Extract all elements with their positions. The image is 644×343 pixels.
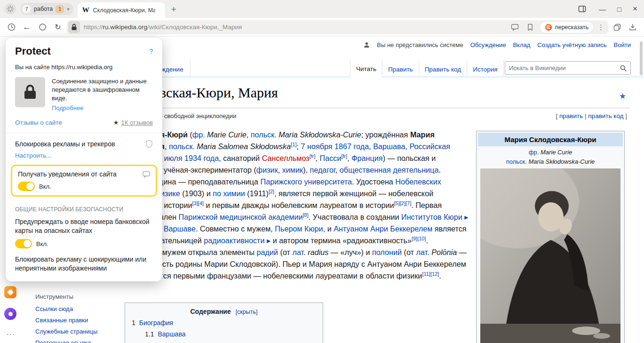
- retell-button[interactable]: пересказать: [540, 21, 594, 33]
- footnote-ref[interactable]: [8]: [303, 212, 309, 218]
- wiki-link[interactable]: полоний: [372, 248, 402, 256]
- lang-link-pl[interactable]: польск.: [506, 158, 527, 165]
- wiki-link[interactable]: Парижского университета: [261, 177, 352, 186]
- wiki-link[interactable]: Франция: [351, 154, 382, 162]
- footnote-ref[interactable]: [4]: [198, 200, 204, 206]
- footnote-ref[interactable]: [1]: [291, 142, 296, 147]
- edit-link[interactable]: править: [559, 112, 583, 120]
- help-link[interactable]: ?: [149, 48, 153, 55]
- new-tab-button[interactable]: +: [171, 5, 176, 14]
- tab-group[interactable]: 7 работа 1 ▾: [20, 3, 73, 15]
- history-icon[interactable]: [5, 21, 18, 34]
- watch-star-icon[interactable]: ★: [619, 91, 626, 101]
- view-tab[interactable]: История: [467, 60, 503, 77]
- card-warning-toggle[interactable]: [15, 239, 32, 248]
- side-panel-icon[interactable]: [576, 3, 588, 15]
- wiki-link[interactable]: ▸: [267, 236, 270, 245]
- toc-link[interactable]: Варшава: [158, 330, 185, 338]
- lock-icon[interactable]: [68, 21, 80, 33]
- wiki-link[interactable]: по химии: [213, 189, 245, 198]
- notifications-toggle[interactable]: [18, 182, 35, 191]
- alice-icon[interactable]: [4, 308, 16, 320]
- yandex-services-icon[interactable]: [4, 286, 16, 298]
- wiki-link[interactable]: радий: [257, 248, 278, 256]
- wiki-link[interactable]: Антуаном Анри Беккерелем: [334, 224, 432, 233]
- scrollbar-thumb[interactable]: [640, 41, 643, 75]
- sidebar-tool-link[interactable]: Постоянная ссылка: [35, 339, 118, 343]
- footnote-ref[interactable]: [2]: [400, 200, 405, 206]
- red-link[interactable]: Санселльмоз: [262, 154, 310, 162]
- wiki-link[interactable]: Институтов Кюри: [401, 213, 462, 221]
- wiki-link[interactable]: общественная деятельница: [340, 166, 439, 174]
- back-button[interactable]: ←: [20, 21, 33, 34]
- footnote-ref[interactable]: [fr]: [341, 153, 347, 159]
- toc-hide-link[interactable]: [скрыть]: [236, 309, 258, 315]
- site-reviews-link[interactable]: Отзывы о сайте: [15, 119, 62, 126]
- close-button[interactable]: ×: [633, 4, 637, 14]
- wiki-link[interactable]: лат.: [293, 248, 306, 256]
- edit-code-link[interactable]: править код: [588, 112, 623, 120]
- rail-more-button[interactable]: ⋯: [7, 329, 15, 339]
- personal-link[interactable]: Создать учётную запись: [537, 41, 606, 48]
- details-link[interactable]: Подробнее: [52, 104, 149, 112]
- profile-avatar[interactable]: [5, 3, 16, 15]
- article-text: (от: [402, 248, 416, 256]
- wiki-link[interactable]: ▸: [464, 213, 468, 221]
- wiki-link[interactable]: Варшава: [373, 142, 405, 151]
- footnote-ref[interactable]: [7]: [405, 200, 411, 206]
- wiki-link[interactable]: Парижской медицинской академии: [179, 213, 303, 221]
- wiki-link[interactable]: в Варшаве: [158, 224, 196, 233]
- wiki-link[interactable]: польск.: [169, 142, 195, 151]
- toc-link[interactable]: Биография: [139, 319, 173, 327]
- wiki-link[interactable]: педагог: [310, 166, 335, 174]
- wiki-link[interactable]: 7 ноября: [301, 142, 332, 151]
- wiki-link[interactable]: польск.: [251, 130, 277, 139]
- view-tab[interactable]: Править код: [419, 60, 467, 77]
- wiki-link[interactable]: лат.: [416, 248, 429, 256]
- search-icon[interactable]: [620, 65, 627, 72]
- bookmark-flag-icon[interactable]: [525, 22, 536, 33]
- search-input[interactable]: [509, 64, 620, 72]
- address-bar[interactable]: https://ru.wikipedia.org/wiki/Склодовска…: [67, 20, 608, 34]
- wiki-link[interactable]: химик: [282, 166, 303, 174]
- footnote-ref[interactable]: [2]: [269, 189, 274, 194]
- collections-icon[interactable]: [611, 21, 624, 34]
- footnote-ref[interactable]: [11]: [422, 271, 430, 277]
- footnote-ref[interactable]: [12]: [430, 271, 439, 277]
- protect-header: Protect ?: [15, 45, 153, 57]
- chevron-down-icon[interactable]: ▾: [67, 6, 70, 12]
- minimize-button[interactable]: —: [599, 5, 606, 13]
- configure-link[interactable]: Настроить...: [15, 152, 153, 159]
- personal-link[interactable]: Обсуждение: [470, 41, 506, 48]
- wiki-link[interactable]: 1867 года: [334, 142, 369, 151]
- maximize-button[interactable]: □: [617, 5, 621, 13]
- footnote-ref[interactable]: [5]: [394, 200, 399, 206]
- sidebar-tool-link[interactable]: Ссылки сюда: [35, 305, 118, 312]
- personal-link[interactable]: Вклад: [513, 41, 530, 48]
- wiki-link[interactable]: физик: [256, 166, 278, 174]
- comments-icon[interactable]: [509, 22, 521, 33]
- sidebar-tool-link[interactable]: Служебные страницы: [35, 328, 118, 335]
- footnote-ref[interactable]: [9]: [412, 236, 417, 241]
- wiki-link[interactable]: Пьером Кюри: [275, 224, 323, 233]
- lang-link-fr[interactable]: фр.: [529, 149, 539, 156]
- wiki-link[interactable]: фр.: [192, 130, 205, 139]
- wiki-link[interactable]: 1934 года: [184, 154, 219, 162]
- view-tab[interactable]: Править: [382, 60, 419, 77]
- sidebar-tool-link[interactable]: Связанные правки: [35, 317, 118, 324]
- downloads-icon[interactable]: [626, 21, 639, 34]
- wiki-link[interactable]: радиоактивности: [204, 236, 264, 245]
- wiki-link[interactable]: Пасси: [320, 154, 342, 162]
- active-tab[interactable]: W Склодовская-Кюри, Мария: [78, 2, 165, 18]
- footnote-ref[interactable]: [3]: [192, 200, 198, 206]
- home-button[interactable]: [36, 21, 49, 34]
- personal-link[interactable]: Войти: [614, 41, 631, 48]
- reviews-count-link[interactable]: 1К отзывов: [121, 119, 153, 126]
- view-tab[interactable]: Читать: [350, 60, 382, 77]
- portrait-photo[interactable]: [480, 168, 620, 343]
- footnote-ref[interactable]: [fr]: [310, 153, 316, 159]
- address-menu-icon[interactable]: ⋮: [597, 23, 604, 32]
- footnote-ref[interactable]: [10]: [417, 236, 426, 241]
- wiki-search-box[interactable]: [505, 61, 631, 75]
- refresh-button[interactable]: ↻: [51, 21, 64, 34]
